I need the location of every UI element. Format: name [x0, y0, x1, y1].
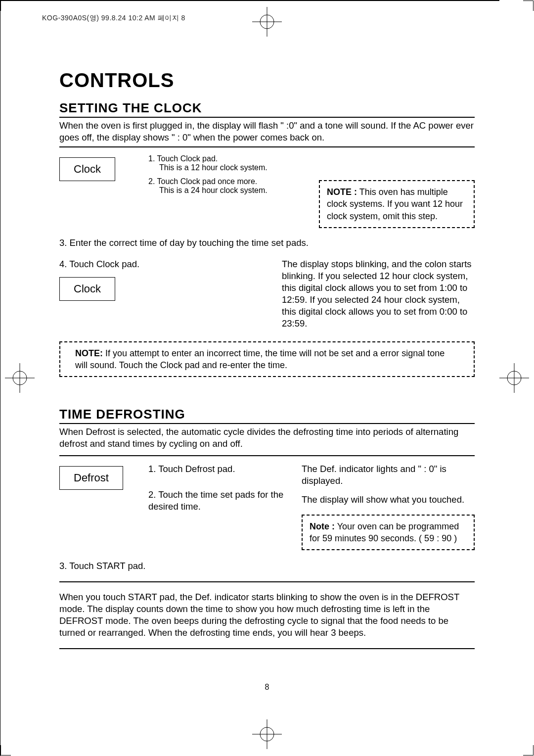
section-time-defrosting: TIME DEFROSTING When Defrost is selected… — [59, 407, 475, 649]
clock-step-1: 1. Touch Clock pad. This is a 12 hour cl… — [148, 154, 304, 172]
defrost-result-2: The display will show what you touched. — [302, 494, 475, 506]
defrost-step-1: 1. Touch Defrost pad. — [148, 463, 287, 475]
divider — [59, 455, 475, 456]
step-text: 1. Touch Clock pad. — [148, 154, 218, 163]
clock-intro: When the oven is first plugged in, the d… — [59, 120, 475, 143]
registration-mark-icon — [5, 363, 35, 393]
defrost-result-1: The Def. indicator lights and " : 0" is … — [302, 463, 475, 487]
defrost-intro: When Defrost is selected, the automatic … — [59, 426, 475, 450]
note-label: Note : — [310, 521, 335, 531]
defrost-pad-box: Defrost — [59, 466, 123, 490]
page-title: CONTROLS — [59, 69, 475, 92]
crop-corner — [0, 0, 11, 11]
divider — [59, 648, 475, 649]
crop-corner — [523, 0, 534, 11]
crop-corner — [0, 745, 11, 756]
step-subtext: This is a 12 hour clock system. — [148, 163, 304, 172]
section-heading-clock: SETTING THE CLOCK — [59, 100, 475, 118]
section-setting-clock: SETTING THE CLOCK When the oven is first… — [59, 100, 475, 377]
crop-mark — [0, 0, 499, 1]
defrost-note: Note : Your oven can be programmed for 5… — [302, 515, 475, 551]
divider — [59, 581, 475, 582]
registration-mark-icon — [252, 719, 282, 749]
registration-mark-icon — [252, 7, 282, 37]
section-heading-defrost: TIME DEFROSTING — [59, 407, 475, 424]
page-content: CONTROLS SETTING THE CLOCK When the oven… — [59, 69, 475, 654]
print-meta-header: KOG-390A0S(영) 99.8.24 10:2 AM 페이지 8 — [42, 14, 185, 23]
clock-pad-box: Clock — [59, 157, 115, 181]
clock-result: The display stops blinking, and the colo… — [282, 258, 475, 330]
note-text: If you attempt to enter an incorrect tim… — [75, 348, 445, 370]
clock-step-3: 3. Enter the correct time of day by touc… — [59, 237, 475, 249]
clock-note-1: NOTE : This oven has multiple clock syst… — [319, 180, 475, 228]
defrost-outro: When you touch START pad, the Def. indic… — [59, 591, 475, 639]
defrost-step-2: 2. Touch the time set pads for the desir… — [148, 489, 287, 513]
step-text: 2. Touch Clock pad once more. — [148, 177, 257, 186]
page-number: 8 — [265, 683, 269, 692]
divider — [59, 146, 475, 147]
clock-step-2: 2. Touch Clock pad once more. This is a … — [148, 177, 304, 195]
registration-mark-icon — [499, 363, 529, 393]
note-label: NOTE : — [327, 187, 357, 197]
clock-pad-box-2: Clock — [59, 277, 115, 301]
defrost-step-3: 3. Touch START pad. — [59, 560, 475, 572]
note-label: NOTE: — [75, 348, 103, 358]
clock-note-2: NOTE: If you attempt to enter an incorre… — [59, 341, 475, 378]
clock-step-4: 4. Touch Clock pad. — [59, 258, 267, 270]
crop-mark — [0, 1, 0, 723]
crop-corner — [523, 745, 534, 756]
step-subtext: This is a 24 hour clock system. — [148, 186, 304, 195]
